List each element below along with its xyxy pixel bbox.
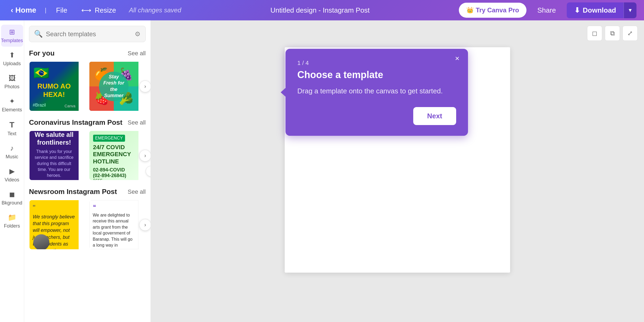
expand-icon: ⤢ <box>627 30 633 37</box>
canvas-area: ◻ ⧉ ⤢ × 1 / 4 Choose a template Drag a t… <box>151 20 644 322</box>
main-layout: ⊞ Templates ⬆ Uploads 🖼 Photos ✦ Element… <box>0 20 644 322</box>
tooltip-popup: × 1 / 4 Choose a template Drag a templat… <box>286 49 468 136</box>
sidebar-item-uploads[interactable]: ⬆ Uploads <box>1 48 23 70</box>
photos-icon: 🖼 <box>9 74 16 82</box>
copy-icon: ⧉ <box>610 30 615 37</box>
document-title: Untitled design - Instagram Post <box>181 6 459 14</box>
download-button[interactable]: ⬇ Download <box>567 2 624 18</box>
covid1-preview: SAN RENCIA HOSPITAL We salute all frontl… <box>30 131 79 180</box>
resize-icon: ⟷ <box>81 6 91 14</box>
crown-icon: 👑 <box>466 7 474 14</box>
folders-icon: 📁 <box>8 213 16 222</box>
filter-icon[interactable]: ⚙ <box>135 30 141 38</box>
newsroom-header: Newsroom Instagram Post See all <box>29 188 146 196</box>
sidebar-item-elements[interactable]: ✦ Elements <box>1 94 23 116</box>
music-icon: ♪ <box>10 144 14 152</box>
for-you-see-all[interactable]: See all <box>128 50 146 57</box>
search-bar: 🔍 ⚙ <box>29 26 146 42</box>
canvas-toolbar: ◻ ⧉ ⤢ <box>587 26 638 41</box>
videos-icon: ▶ <box>9 167 15 175</box>
resize-button[interactable]: ⟷ Resize <box>77 4 120 17</box>
coronavirus-scroll-arrow[interactable]: › <box>139 150 151 162</box>
sidebar-item-folders[interactable]: 📁 Folders <box>1 210 23 232</box>
for-you-grid: RUMO AOHEXA! #Brazil Canva 🍊 🍇 🍓 🥦 <box>29 61 146 111</box>
newsroom-scroll-arrow[interactable]: › <box>139 219 151 231</box>
add-note-button[interactable]: ◻ <box>587 26 602 41</box>
tooltip-next-button[interactable]: Next <box>413 107 456 125</box>
search-input[interactable] <box>46 30 131 38</box>
nav-right-group: 👑 Try Canva Pro Share ⬇ Download ▾ <box>459 2 636 18</box>
for-you-title: For you <box>29 49 54 57</box>
coronavirus-header: Coronavirus Instagram Post See all <box>29 118 146 127</box>
fruits-template-preview: 🍊 🍇 🍓 🥦 Stay Fresh for the Summer <box>89 62 138 111</box>
sidebar-item-photos[interactable]: 🖼 Photos <box>1 71 23 93</box>
tooltip-title: Choose a template <box>297 69 456 80</box>
tooltip-step: 1 / 4 <box>297 60 456 67</box>
coronavirus-section: Coronavirus Instagram Post See all SAN R… <box>24 114 151 183</box>
template-fruits[interactable]: 🍊 🍇 🍓 🥦 Stay Fresh for the Summer <box>89 61 146 111</box>
tooltip-body: Drag a template onto the canvas to get s… <box>297 86 456 96</box>
newsroom-title: Newsroom Instagram Post <box>29 188 117 196</box>
for-you-header: For you See all <box>29 49 146 57</box>
nav-divider-icon: | <box>45 7 46 14</box>
news1-preview: " We strongly believe that this program … <box>30 200 79 249</box>
templates-icon: ⊞ <box>9 28 15 36</box>
for-you-section: For you See all RUMO AOHEXA! #Brazil Can… <box>24 45 151 114</box>
uploads-icon: ⬆ <box>9 51 15 59</box>
templates-panel: 🔍 ⚙ For you See all RUMO AOHEXA! #Brazil… <box>24 20 151 322</box>
top-navigation: ‹ Home | File ⟷ Resize All changes saved… <box>0 0 644 20</box>
download-button-group: ⬇ Download ▾ <box>567 2 636 18</box>
elements-icon: ✦ <box>9 97 15 105</box>
saved-status: All changes saved <box>129 6 181 14</box>
tooltip-arrow <box>281 87 286 97</box>
note-icon: ◻ <box>592 30 597 37</box>
search-bar-row: 🔍 ⚙ <box>24 20 151 45</box>
brazil-template-preview: RUMO AOHEXA! #Brazil Canva <box>30 62 79 111</box>
covid2-preview: EMERGENCY 24/7 COVIDEMERGENCYHOTLINE 02-… <box>89 131 138 180</box>
sidebar-item-background[interactable]: ◼ Bkground <box>1 187 23 209</box>
try-canva-pro-button[interactable]: 👑 Try Canva Pro <box>459 3 526 18</box>
home-label: Home <box>15 6 36 14</box>
coronavirus-see-all[interactable]: See all <box>128 119 146 126</box>
download-caret-button[interactable]: ▾ <box>624 2 636 18</box>
sidebar-item-templates[interactable]: ⊞ Templates <box>1 25 23 47</box>
newsroom-section: Newsroom Instagram Post See all " We str… <box>24 183 151 253</box>
sidebar-item-music[interactable]: ♪ Music <box>1 141 23 163</box>
icon-sidebar: ⊞ Templates ⬆ Uploads 🖼 Photos ✦ Element… <box>0 20 24 322</box>
file-button[interactable]: File <box>52 4 72 17</box>
template-news1[interactable]: " We strongly believe that this program … <box>29 200 86 250</box>
text-icon: T <box>9 120 14 129</box>
sidebar-item-videos[interactable]: ▶ Videos <box>1 164 23 186</box>
search-icon: 🔍 <box>34 30 43 38</box>
nav-left-group: ‹ Home | File ⟷ Resize All changes saved <box>8 4 181 17</box>
sidebar-item-text[interactable]: T Text <box>1 117 23 140</box>
background-icon: ◼ <box>9 190 15 199</box>
tooltip-close-button[interactable]: × <box>452 53 463 64</box>
template-news2[interactable]: ❝ We are delighted to receive this annua… <box>89 200 146 250</box>
coronavirus-title: Coronavirus Instagram Post <box>29 118 122 127</box>
chevron-down-icon: ▾ <box>629 7 632 13</box>
news2-preview: ❝ We are delighted to receive this annua… <box>89 200 138 249</box>
template-covid-hotline[interactable]: EMERGENCY 24/7 COVIDEMERGENCYHOTLINE 02-… <box>89 130 146 181</box>
share-button[interactable]: Share <box>531 2 562 18</box>
download-icon: ⬇ <box>574 6 580 14</box>
duplicate-page-button[interactable]: ⧉ <box>605 26 620 41</box>
newsroom-grid: " We strongly believe that this program … <box>29 200 146 250</box>
template-brazil[interactable]: RUMO AOHEXA! #Brazil Canva <box>29 61 86 111</box>
coronavirus-grid: SAN RENCIA HOSPITAL We salute all frontl… <box>29 130 146 181</box>
template-covid-frontliners[interactable]: SAN RENCIA HOSPITAL We salute all frontl… <box>29 130 86 181</box>
for-you-scroll-arrow[interactable]: › <box>139 80 151 92</box>
home-button[interactable]: ‹ Home <box>8 4 39 17</box>
chevron-left-icon: ‹ <box>11 6 13 14</box>
expand-page-button[interactable]: ⤢ <box>623 26 638 41</box>
newsroom-see-all[interactable]: See all <box>128 188 146 195</box>
